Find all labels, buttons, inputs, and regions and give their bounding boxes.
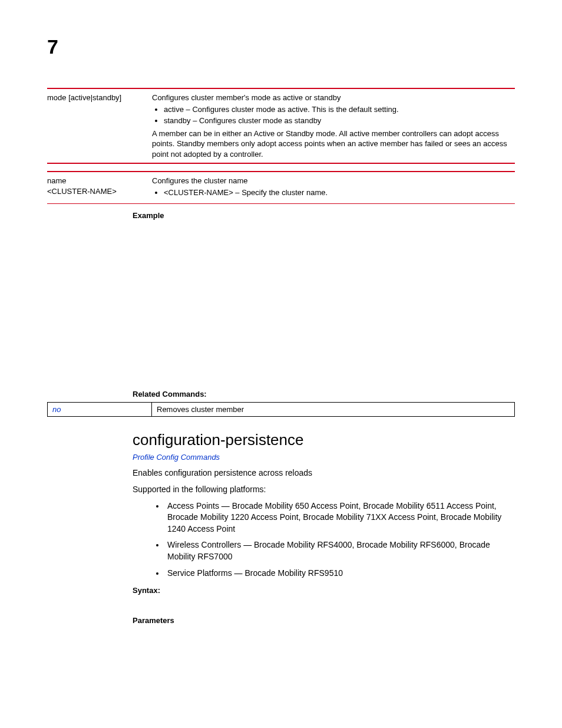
param-option: <CLUSTER-NAME> – Specify the cluster nam…: [164, 187, 510, 198]
platforms-list: Access Points — Brocade Mobility 650 Acc…: [133, 500, 515, 579]
param-intro: Configures cluster member's mode as acti…: [152, 93, 510, 103]
param-term-line: name: [47, 176, 147, 186]
parameter-table-name: name <CLUSTER-NAME> Configures the clust…: [47, 171, 515, 204]
related-commands-label: Related Commands:: [133, 390, 515, 398]
document-page: 7 mode [active|standby] Configures clust…: [0, 0, 562, 652]
syntax-content-placeholder: [133, 598, 515, 609]
param-note: A member can be in either an Active or S…: [152, 129, 510, 160]
param-option: standby – Configures cluster mode as sta…: [164, 116, 510, 126]
param-term: name <CLUSTER-NAME>: [47, 172, 152, 204]
platform-item: Wireless Controllers — Brocade Mobility …: [165, 539, 515, 562]
example-label: Example: [133, 211, 515, 220]
param-options-list: active – Configures cluster mode as acti…: [152, 104, 510, 126]
platform-item: Service Platforms — Brocade Mobility RFS…: [165, 568, 515, 579]
param-term: mode [active|standby]: [47, 88, 152, 163]
param-description: Configures cluster member's mode as acti…: [152, 88, 515, 163]
section-description: Enables configuration persistence across…: [133, 467, 515, 479]
section-heading: configuration-persistence: [133, 431, 515, 449]
related-command-desc: Removes cluster member: [152, 403, 515, 417]
parameters-label: Parameters: [133, 616, 515, 625]
param-description: Configures the cluster name <CLUSTER-NAM…: [152, 172, 515, 204]
profile-config-commands-link[interactable]: Profile Config Commands: [133, 453, 515, 462]
param-option: active – Configures cluster mode as acti…: [164, 104, 510, 115]
syntax-label: Syntax:: [133, 586, 515, 595]
platform-item: Access Points — Brocade Mobility 650 Acc…: [165, 500, 515, 535]
related-commands-table: no Removes cluster member: [47, 402, 515, 417]
param-term-line: <CLUSTER-NAME>: [47, 186, 147, 197]
supported-platforms-intro: Supported in the following platforms:: [133, 484, 515, 496]
chapter-number: 7: [47, 35, 515, 58]
param-intro: Configures the cluster name: [152, 176, 510, 186]
example-content-placeholder: [133, 223, 515, 383]
related-command-link[interactable]: no: [48, 403, 152, 417]
param-options-list: <CLUSTER-NAME> – Specify the cluster nam…: [152, 187, 510, 198]
parameter-table-mode: mode [active|standby] Configures cluster…: [47, 88, 515, 164]
